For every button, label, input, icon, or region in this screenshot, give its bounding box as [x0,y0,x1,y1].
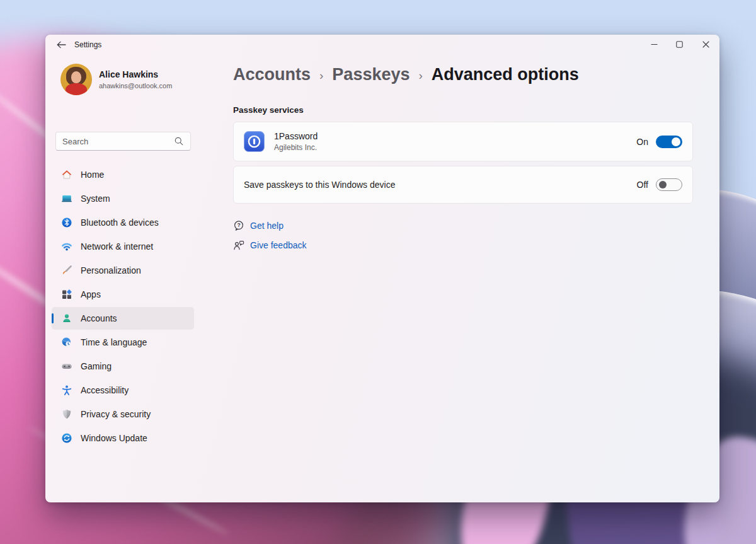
sidebar-item-privacy-security[interactable]: Privacy & security [52,403,194,425]
onepassword-toggle[interactable] [656,136,682,148]
onepassword-app-icon [244,131,265,152]
sidebar-item-label: Privacy & security [81,409,151,419]
help-bubble-icon: ? [233,220,244,231]
sidebar-item-time-language[interactable]: Time & language [52,331,194,354]
save-passkeys-label: Save passkeys to this Windows device [244,180,395,190]
sidebar-item-accounts[interactable]: Accounts [52,307,194,330]
sidebar-item-label: Gaming [81,361,112,371]
save-passkeys-card: Save passkeys to this Windows device Off [233,166,693,204]
sidebar-item-apps[interactable]: Apps [52,283,194,306]
app-name: 1Password [274,131,318,141]
sidebar-item-network-internet[interactable]: Network & internet [52,235,194,258]
windows-update-icon [61,432,72,444]
toggle-state-label: Off [637,180,648,190]
close-icon [702,41,709,48]
back-arrow-icon [57,41,66,49]
sidebar-item-label: Accounts [81,313,117,323]
sidebar-item-system[interactable]: System [52,187,194,210]
sidebar-item-label: Personalization [81,265,141,275]
give-feedback-label: Give feedback [250,240,307,250]
main-content: Accounts › Passkeys › Advanced options P… [233,35,693,502]
window-title: Settings [74,40,101,49]
breadcrumb-accounts[interactable]: Accounts [233,65,311,84]
home-icon [61,169,72,180]
save-passkeys-toggle[interactable] [656,178,682,191]
system-icon [61,193,72,204]
sidebar-item-label: Bluetooth & devices [81,217,159,228]
user-email: ahawkins@outlook.com [99,82,172,90]
selected-indicator [52,313,54,323]
get-help-label: Get help [250,221,284,231]
feedback-person-icon [233,240,244,251]
section-label: Passkey services [233,105,304,115]
user-profile[interactable]: Alice Hawkins ahawkins@outlook.com [60,64,172,95]
gaming-icon [61,361,72,372]
back-button[interactable] [52,37,71,52]
passkey-service-card: 1Password Agilebits Inc. On [233,122,693,161]
bluetooth-icon [61,217,72,228]
personalization-icon [61,265,72,276]
apps-icon [61,289,72,300]
accessibility-icon [61,385,72,396]
sidebar-item-label: Home [81,170,104,180]
breadcrumb-passkeys[interactable]: Passkeys [332,65,410,84]
sidebar: Alice Hawkins ahawkins@outlook.com Home [45,55,195,502]
search-icon [174,136,184,146]
avatar [60,64,92,95]
sidebar-item-personalization[interactable]: Personalization [52,259,194,282]
sidebar-item-windows-update[interactable]: Windows Update [52,427,194,449]
search-box [55,132,191,151]
accounts-icon [61,313,72,324]
sidebar-item-home[interactable]: Home [52,163,194,186]
give-feedback-link[interactable]: Give feedback [233,238,307,253]
sidebar-item-label: Apps [81,289,101,299]
time-language-icon [61,337,72,348]
search-input[interactable] [62,137,174,146]
close-button[interactable] [692,35,719,54]
settings-window: Settings [45,35,719,502]
app-publisher: Agilebits Inc. [274,143,318,152]
toggle-knob [659,181,667,188]
svg-text:?: ? [237,222,240,228]
sidebar-item-bluetooth-devices[interactable]: Bluetooth & devices [52,211,194,234]
toggle-state-label: On [636,137,648,147]
get-help-link[interactable]: ? Get help [233,218,307,233]
sidebar-item-label: Time & language [81,337,147,347]
sidebar-item-gaming[interactable]: Gaming [52,355,194,378]
user-name: Alice Hawkins [99,69,172,79]
sidebar-item-label: Windows Update [81,433,147,443]
network-icon [61,241,72,252]
breadcrumb-advanced-options: Advanced options [432,65,579,84]
help-links: ? Get help Give feedback [233,218,307,257]
chevron-right-icon: › [319,69,323,83]
sidebar-item-label: System [81,194,110,204]
sidebar-item-label: Network & internet [81,241,153,252]
breadcrumb: Accounts › Passkeys › Advanced options [233,65,579,84]
privacy-security-icon [61,408,72,420]
toggle-knob [672,137,680,146]
sidebar-nav: Home System Bluetooth & devices [52,163,194,451]
chevron-right-icon: › [418,69,422,83]
sidebar-item-accessibility[interactable]: Accessibility [52,379,194,402]
sidebar-item-label: Accessibility [81,385,129,395]
